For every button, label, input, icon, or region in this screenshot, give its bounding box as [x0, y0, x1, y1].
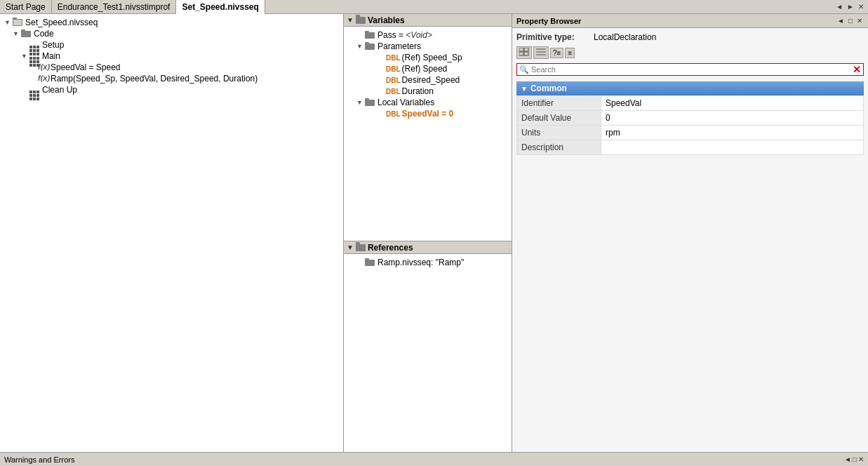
tree-main-label: Main [42, 51, 60, 61]
params-folder-icon [365, 41, 376, 51]
property-browser-content: Primitive type: LocalDeclaration [512, 28, 868, 452]
primitive-type-label: Primitive type: [516, 32, 594, 42]
pb-float-btn[interactable]: □ [847, 17, 854, 25]
tab-set-speed-label: Set_Speed.nivsseq [182, 2, 258, 12]
description-input[interactable] [606, 142, 859, 152]
property-row-default-value: Default Value [517, 111, 864, 126]
tree-cleanup[interactable]: Clean Up [0, 84, 343, 95]
var-duration-label: Duration [402, 86, 434, 96]
var-params-toggle[interactable]: ▼ [356, 43, 365, 50]
pb-grid-view-btn[interactable] [516, 46, 532, 59]
status-float-btn[interactable]: □ [853, 455, 857, 463]
identifier-label: Identifier [517, 96, 601, 111]
variables-label: Variables [368, 15, 405, 25]
pb-close-btn[interactable]: ✕ [855, 17, 864, 25]
status-controls: ◄ □ ✕ [844, 455, 864, 463]
pb-help-btn[interactable]: ?≡ [550, 48, 563, 58]
status-pin-btn[interactable]: ◄ [844, 455, 851, 463]
primitive-type-row: Primitive type: LocalDeclaration [516, 32, 864, 42]
identifier-input[interactable] [606, 98, 859, 108]
var-speed-label: (Ref) Speed [402, 64, 448, 74]
tree-code[interactable]: ▼ Code [0, 28, 343, 39]
left-panel: ▼ Set_Speed.nivsseq ▼ Code [0, 14, 344, 452]
middle-panel: ▼ Variables Pass = <Void> ▼ [344, 14, 512, 452]
dbl-prefix-desired: DBL [386, 76, 401, 84]
pass-folder-icon [365, 30, 376, 40]
var-speedval-local[interactable]: DBL SpeedVal = 0 [344, 108, 512, 119]
common-section-header[interactable]: ▼ Common [516, 81, 864, 95]
pb-header-controls: ◄ □ ✕ [836, 17, 864, 25]
tab-set-speed[interactable]: Set_Speed.nivsseq [176, 0, 265, 14]
var-speed[interactable]: DBL (Ref) Speed [344, 63, 512, 74]
description-label: Description [517, 140, 601, 155]
var-desired-speed[interactable]: DBL Desired_Speed [344, 74, 512, 86]
units-input[interactable] [606, 128, 859, 138]
property-browser-header: Property Browser ◄ □ ✕ [512, 14, 868, 28]
tab-scroll-right-btn[interactable]: ► [846, 3, 855, 11]
variables-folder-icon [356, 17, 366, 24]
status-close-btn[interactable]: ✕ [858, 455, 864, 463]
svg-rect-15 [519, 52, 523, 55]
identifier-value-cell [601, 96, 864, 111]
default-value-input[interactable] [606, 113, 859, 123]
units-label: Units [517, 126, 601, 140]
property-row-units: Units [517, 126, 864, 140]
tab-close-btn[interactable]: ✕ [857, 3, 865, 11]
default-value-cell [601, 111, 864, 126]
tree-root-toggle[interactable]: ▼ [4, 19, 13, 26]
local-folder-icon [365, 98, 376, 107]
var-duration[interactable]: DBL Duration [344, 86, 512, 97]
default-value-label: Default Value [517, 111, 601, 126]
dbl-prefix-speedval-local: DBL [386, 110, 401, 118]
tree-speedval[interactable]: f(x) SpeedVal = Speed [0, 62, 343, 73]
references-panel-header: ▼ References [344, 241, 512, 254]
search-icon: 🔍 [519, 65, 529, 74]
pb-toolbar: ?≡ ≡ [516, 46, 864, 59]
status-bar: Warnings and Errors ◄ □ ✕ [0, 452, 868, 466]
pb-sort-btn[interactable]: ≡ [565, 48, 575, 58]
tab-scroll-left-btn[interactable]: ◄ [834, 3, 844, 11]
references-folder-icon [356, 244, 366, 251]
tab-start-page-label: Start Page [6, 2, 46, 12]
pb-pin-btn[interactable]: ◄ [836, 17, 846, 25]
tree-root[interactable]: ▼ Set_Speed.nivsseq [0, 17, 343, 28]
folder-icon [21, 29, 32, 39]
variables-tree: Pass = <Void> ▼ Parameters DBL [344, 27, 512, 122]
var-parameters-folder[interactable]: ▼ Parameters [344, 41, 512, 52]
tree-main-toggle[interactable]: ▼ [21, 53, 29, 60]
speedval-icon [373, 109, 385, 119]
tab-endurance-test[interactable]: Endurance_Test1.nivsstimprof [52, 0, 177, 13]
search-clear-btn[interactable]: ✕ [853, 65, 861, 74]
var-speed-sp[interactable]: DBL (Ref) Speed_Sp [344, 52, 512, 63]
tab-bar: Start Page Endurance_Test1.nivsstimprof … [0, 0, 868, 14]
property-row-identifier: Identifier [517, 96, 864, 111]
svg-rect-6 [365, 31, 369, 34]
variables-collapse-btn[interactable]: ▼ [347, 16, 354, 24]
var-local-toggle[interactable]: ▼ [356, 99, 365, 106]
property-browser-title: Property Browser [516, 17, 581, 25]
svg-rect-13 [519, 48, 523, 51]
tree-setup-label: Setup [42, 40, 64, 50]
ref-ramp[interactable]: Ramp.nivsseq: "Ramp" [344, 257, 512, 268]
tree-ramp[interactable]: f(x) Ramp(Speed_Sp, SpeedVal, Desired_Sp… [0, 73, 343, 84]
tab-controls: ◄ ► ✕ [832, 0, 868, 13]
search-input[interactable] [531, 65, 853, 74]
var-local-folder[interactable]: ▼ Local Variables [344, 97, 512, 108]
var-pass[interactable]: Pass = <Void> [344, 29, 512, 41]
svg-rect-2 [13, 20, 22, 25]
var-params-label: Parameters [378, 41, 421, 51]
file-tree: ▼ Set_Speed.nivsseq ▼ Code [0, 14, 343, 98]
variables-panel-header: ▼ Variables [344, 14, 512, 27]
tree-code-toggle[interactable]: ▼ [13, 30, 21, 37]
dbl-prefix-speed-sp: DBL [386, 54, 401, 62]
references-collapse-btn[interactable]: ▼ [347, 244, 354, 251]
main-icon [29, 51, 41, 61]
tree-main[interactable]: ▼ Main [0, 51, 343, 62]
tree-speedval-label: SpeedVal = Speed [51, 62, 121, 72]
tab-start-page[interactable]: Start Page [0, 0, 52, 13]
pb-list-view-btn[interactable] [533, 46, 549, 59]
speed-sp-icon [373, 53, 385, 62]
tree-setup[interactable]: Setup [0, 39, 343, 51]
tab-endurance-test-label: Endurance_Test1.nivsstimprof [58, 2, 171, 12]
ref-ramp-icon [365, 258, 376, 267]
